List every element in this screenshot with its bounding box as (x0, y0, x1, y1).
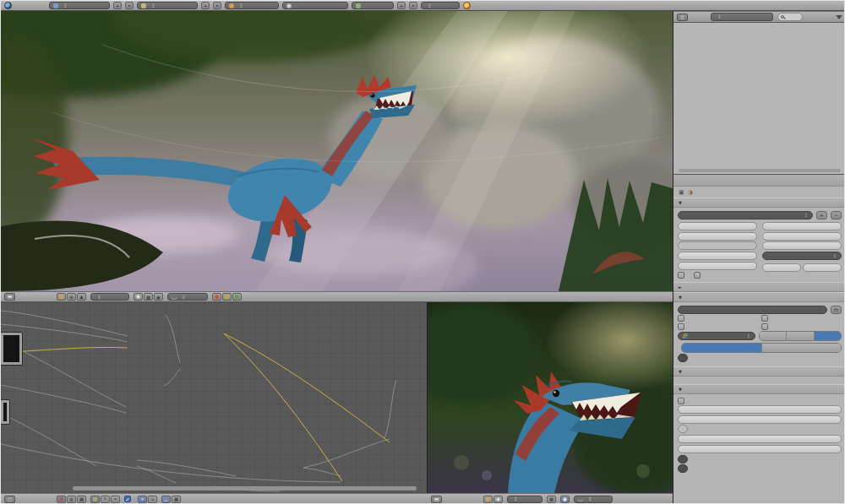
delete-layout-button[interactable]: × (125, 2, 134, 9)
outliner-tree (673, 23, 845, 24)
mode-dropdown[interactable]: ↕ (225, 2, 279, 9)
texture-type-buttons[interactable]: ✎ ≈ (90, 496, 120, 503)
add-button[interactable]: + (397, 2, 406, 9)
snap-buttons[interactable]: ◡ ▦ (161, 496, 181, 503)
object-mode-icon (229, 3, 234, 8)
camera-viewport[interactable] (428, 302, 673, 493)
texture-nodes-icon (93, 497, 97, 501)
ao-factor-slider[interactable] (678, 425, 688, 433)
shading-dropdown[interactable] (282, 2, 348, 9)
active-scene-tag[interactable] (352, 2, 394, 9)
add-preset-button[interactable]: + (816, 211, 827, 219)
render-presets-dropdown[interactable]: ↕ (678, 211, 813, 219)
depth-8-option[interactable] (682, 344, 762, 352)
sprite-threshold-slider[interactable] (678, 464, 688, 473)
compression-slider[interactable] (678, 354, 688, 362)
add-layout-button[interactable]: + (113, 2, 122, 9)
outliner-display-mode-dropdown[interactable]: ↕ (711, 13, 773, 21)
properties-breadcrumb: ▣ ◑ (673, 187, 845, 198)
frame-step-field[interactable] (762, 241, 842, 250)
filter-icon[interactable] (836, 15, 842, 19)
mb-samples-field[interactable] (678, 435, 842, 443)
outliner-scrollbar[interactable] (679, 169, 841, 172)
cam-mode-buttons[interactable] (483, 496, 503, 503)
scene-dropdown[interactable]: ↕ (137, 2, 198, 9)
resolution-x-field[interactable] (678, 222, 757, 230)
blender-logo-icon[interactable] (4, 2, 12, 9)
file-format-dropdown[interactable]: ↕ (678, 332, 755, 340)
editor-type-icon[interactable]: ⬒ (4, 293, 15, 301)
bent-normals-checkbox[interactable] (678, 398, 687, 404)
color-mode-toggle[interactable] (759, 331, 842, 341)
cam-lock-icon[interactable]: ◉ (560, 496, 570, 503)
overwrite-checkbox[interactable] (678, 315, 758, 322)
cam-layers-icon[interactable]: ▦ (547, 496, 556, 503)
magnet-icon: ◡ (172, 294, 177, 301)
info-header: ↕ +× ↕ +× ↕ +× ↕ (1, 1, 845, 11)
color-depth-toggle[interactable] (681, 343, 842, 353)
rgba-option[interactable] (815, 332, 841, 340)
aspect-y-field[interactable] (678, 262, 757, 270)
node-editor-header: ⬡ ◍ ▦ ✎ ≈ ⌖ ⌂ ◡ ▦ (1, 493, 428, 504)
mode-icon-buttons[interactable]: ⊕ ♟ (57, 293, 86, 301)
node-partial-left[interactable] (1, 332, 23, 366)
properties-editor: ▣ ◑ ▼ ↕ + − (673, 174, 845, 504)
panel-metadata-header[interactable]: ► (673, 282, 845, 292)
shading-icon-buttons[interactable]: ▦ ◉ (134, 293, 163, 301)
cam-snap-dropdown[interactable]: ◡↕ (574, 496, 613, 503)
datablock-buttons[interactable]: ⌖ ⌂ (138, 496, 157, 503)
frame-rate-dropdown[interactable]: ↕ (762, 252, 842, 260)
time-remap-old-field[interactable] (762, 263, 801, 272)
folder-icon[interactable]: 🗀 (831, 306, 842, 314)
remove-preset-button[interactable]: − (831, 211, 842, 219)
resolution-y-field[interactable] (678, 232, 757, 241)
camera-editor-icon[interactable]: ⬒ (431, 496, 442, 503)
snap-target-dropdown[interactable]: ◡↕ (167, 293, 208, 301)
outliner-search-input[interactable] (777, 13, 803, 21)
shading-sphere-icon (496, 497, 500, 501)
add-scene-button[interactable]: + (201, 2, 210, 9)
crop-checkbox[interactable] (694, 272, 703, 279)
aspect-x-field[interactable] (678, 252, 757, 260)
placeholders-checkbox[interactable] (678, 323, 758, 330)
scene-tag-icon (356, 3, 361, 8)
outliner-editor-icon[interactable]: ☰ (677, 14, 688, 21)
viewport-3d[interactable] (1, 11, 673, 291)
transform-orientation-dropdown[interactable]: ↕ (90, 293, 129, 301)
panel-post-stack-header[interactable]: ▼ (673, 366, 845, 377)
resolution-percentage-slider[interactable] (678, 241, 757, 250)
node-editor[interactable] (1, 302, 428, 493)
use-nodes-checkbox[interactable] (124, 496, 134, 502)
start-frame-field[interactable] (762, 222, 842, 230)
depth-16-option[interactable] (762, 344, 842, 352)
ao-distance-field[interactable] (678, 415, 842, 424)
shutter-field[interactable] (678, 445, 842, 453)
shader-type-buttons[interactable]: ◍ ▦ (57, 496, 86, 503)
delete-button[interactable]: × (409, 2, 417, 9)
render-icon-buttons[interactable] (212, 293, 242, 301)
ao-samples-field[interactable] (678, 405, 842, 414)
bw-option[interactable] (760, 332, 787, 340)
delete-scene-button[interactable]: × (213, 2, 221, 9)
screen-layout-dropdown[interactable]: ↕ (49, 2, 110, 9)
panel-dimensions-header[interactable]: ▼ (673, 198, 845, 208)
cam-orientation-dropdown[interactable]: ↕ (507, 496, 542, 503)
file-extensions-checkbox[interactable] (761, 315, 842, 322)
shading-icon (286, 3, 292, 8)
node-editor-icon[interactable]: ⬡ (4, 496, 15, 503)
render-anim-icon (225, 295, 229, 299)
border-checkbox[interactable] (678, 272, 687, 279)
node-editor-scrollbar[interactable] (73, 486, 417, 490)
parent-icon: ⌂ (148, 496, 157, 503)
max-size-slider[interactable] (678, 455, 688, 463)
rgb-option[interactable] (787, 332, 814, 340)
output-path-field[interactable] (678, 306, 827, 314)
panel-post-settings (673, 394, 845, 477)
end-frame-field[interactable] (762, 232, 842, 241)
panel-output-header[interactable]: ▼ (673, 292, 845, 302)
cache-result-checkbox[interactable] (761, 323, 842, 330)
node-partial-left-2[interactable] (1, 399, 10, 425)
render-engine-dropdown[interactable]: ↕ (421, 2, 460, 9)
panel-post-settings-header[interactable]: ▼ (673, 384, 845, 394)
time-remap-new-field[interactable] (803, 263, 842, 272)
